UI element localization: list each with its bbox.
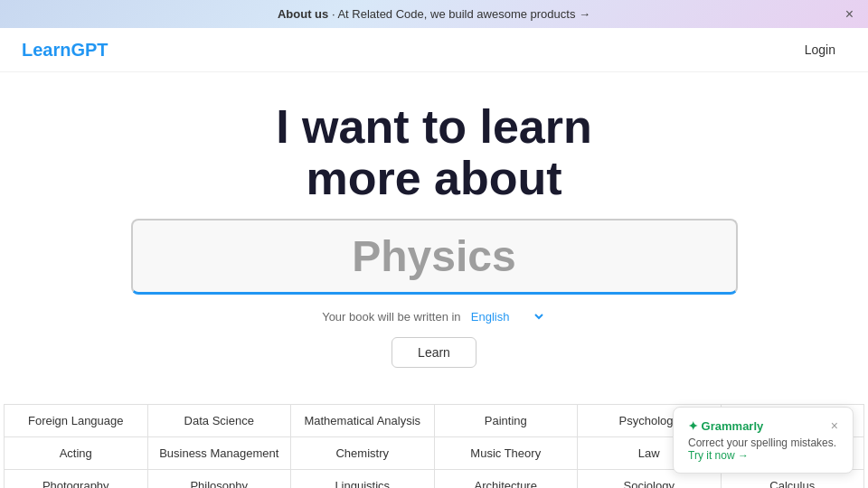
language-line: Your book will be written in English Spa… [18, 309, 850, 324]
banner-close-button[interactable]: × [845, 6, 854, 23]
category-item[interactable]: Music Theory [435, 437, 579, 470]
subject-input-wrapper [131, 219, 738, 295]
hero-section: I want to learn more about Your book wil… [0, 72, 868, 404]
logo[interactable]: LearnGPT [22, 40, 108, 61]
category-item[interactable]: Architecture [435, 470, 579, 488]
category-item[interactable]: Chemistry [291, 437, 435, 470]
language-select[interactable]: English Spanish French German Portuguese [467, 309, 546, 324]
hero-title: I want to learn more about [18, 101, 850, 204]
logo-gpt: GPT [71, 40, 108, 60]
learn-button[interactable]: Learn [392, 337, 476, 368]
grammar-close-button[interactable]: × [831, 418, 838, 433]
navbar: LearnGPT Login [0, 28, 868, 72]
banner-about[interactable]: About us [278, 7, 328, 21]
grammar-toast: ✦ Grammarly × Correct your spelling mist… [673, 407, 854, 474]
category-item[interactable]: Data Science [148, 405, 292, 437]
category-item[interactable]: Photography [5, 470, 148, 488]
category-item[interactable]: Mathematical Analysis [291, 405, 435, 437]
grammar-link[interactable]: Try it now → [688, 449, 749, 462]
top-banner: About us · At Related Code, we build awe… [0, 0, 868, 28]
grammar-message: Correct your spelling mistakes. [688, 436, 836, 449]
login-button[interactable]: Login [794, 37, 846, 62]
grammar-logo: ✦ Grammarly [688, 419, 763, 433]
banner-message: At Related Code, we build awesome produc… [337, 7, 590, 21]
logo-learn: Learn [22, 40, 71, 60]
category-item[interactable]: Painting [435, 405, 579, 437]
category-item[interactable]: Foreign Language [5, 405, 148, 437]
banner-text: About us · At Related Code, we build awe… [278, 7, 590, 21]
subject-input[interactable] [155, 231, 714, 281]
grammar-header: ✦ Grammarly × [688, 418, 838, 433]
category-item[interactable]: Linguistics [291, 470, 435, 488]
category-item[interactable]: Philosophy [148, 470, 292, 488]
category-item[interactable]: Acting [5, 437, 148, 470]
category-item[interactable]: Business Management [148, 437, 292, 470]
